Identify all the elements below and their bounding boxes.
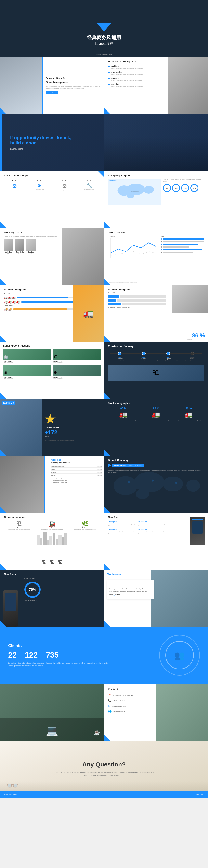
tools-arrow-list: [161, 238, 204, 253]
rail-icon: 🚂: [37, 521, 67, 527]
slide-tools-diagram: Tools Diagram Line Chart Clients YT: [104, 228, 208, 285]
truck-icon-7: 🚛: [16, 300, 20, 304]
step4-label: Basic: [79, 180, 100, 182]
contact-address: Lorem ipsum dolor sit amet: [113, 695, 133, 696]
truck-infographic-3: 86 % 🚛 Lorem ipsum dolor sit amet consec…: [173, 407, 204, 421]
svg-point-7: [134, 472, 165, 492]
users-label: Users: [45, 436, 101, 438]
phone-mockup-right: [190, 517, 205, 545]
nature-icon: 🌿: [70, 521, 100, 527]
truck-infographic-2: 86 % 🚛 Lorem ipsum dolor sit amet consec…: [141, 407, 171, 421]
slide-new-app: New App Getting One Lorem ipsum dolor si…: [104, 513, 208, 570]
service-desc: Lorem ipsum dolor sit amet consectetur a…: [45, 439, 101, 441]
learn-more-button[interactable]: Learn More: [46, 91, 58, 94]
stat-num-22: 22: [8, 651, 16, 659]
blue-corner-crane: [0, 564, 6, 570]
trucks-title: Trucks Infographic: [108, 402, 204, 405]
svg-point-1: [127, 184, 145, 195]
email-icon: ✉: [108, 705, 110, 708]
site-url: www.construction.com: [96, 53, 112, 55]
step1-label: Basic: [4, 180, 25, 182]
stat-735: 735: [46, 651, 59, 659]
building-item-4: 🏛 Building One Lorem ipsum dolor: [53, 365, 101, 379]
step-arrow-2: ›: [51, 180, 53, 187]
contact-item-4: 🌐 www.lorem.com: [108, 710, 154, 713]
building3-img: 🏙: [3, 365, 51, 376]
app1-desc: Lorem ipsum dolor sit amet consectetur a…: [108, 523, 136, 527]
culture-title2: Good Management: [46, 81, 101, 84]
blue-corner-stat2: [104, 336, 110, 342]
member-2: Jane Smith CTO: [15, 240, 24, 254]
trucks-row: 86 % 🚛 Lorem ipsum dolor sit amet consec…: [108, 407, 204, 421]
truck-big-desc-1: Lorem ipsum dolor sit amet consectetur a…: [108, 419, 139, 421]
truck-icon-2: 🚛: [8, 296, 11, 299]
stat-circle-2: 70%: [172, 184, 180, 192]
contact-email: lorem@ipsum.com: [112, 705, 126, 707]
building-constr-title: Building Constructions: [3, 344, 101, 347]
what-do-item-3: Premium Lorem ipsum dolor sit amet conse…: [108, 77, 166, 82]
crane-desc-2: Lorem ipsum dolor sit amet consectetur: [37, 529, 67, 530]
crane-name-1: Crane: [4, 527, 34, 529]
info-val-1: Lorem: [98, 465, 102, 467]
contact-laptop: 💻: [46, 725, 58, 737]
clients-icon: 👥: [174, 650, 185, 660]
member-3: Bob Lee CFO: [26, 240, 36, 254]
svg-point-8: [163, 476, 183, 491]
truck-icon-8: 🚚: [4, 308, 7, 311]
what-do-item-2: Progressive Lorem ipsum dolor sit amet c…: [108, 71, 166, 75]
member2-role: CTO: [15, 253, 24, 254]
crane-row: 🏗 Crane Lorem ipsum dolor sit amet conse…: [4, 521, 100, 530]
slide-title-sub: keynote模板: [95, 42, 113, 46]
company-region-title: Company Region: [108, 174, 204, 177]
slide-great-culture: Great culture & Good Management Lorem ip…: [0, 57, 104, 114]
info-key-3: Material: [51, 471, 57, 473]
tl4-title: Vision: [181, 358, 204, 359]
step-4: Basic 🔧 Lorem ipsum dolor: [79, 180, 100, 190]
city-silhouette: [4, 532, 100, 545]
question-title: Any Question?: [53, 761, 155, 768]
stat-122: 122: [25, 651, 38, 659]
item2-title: Progressive: [111, 71, 143, 73]
app2-desc: Lorem ipsum dolor sit amet consectetur a…: [138, 523, 166, 527]
info-val-4: Lorem: [98, 474, 102, 476]
svg-point-9: [186, 479, 200, 492]
item4-desc: Lorem ipsum dolor sit amet consectetur a…: [111, 85, 143, 87]
slide-contact-photo: 💻 ☕: [0, 684, 104, 741]
info-key-2: Crane: [51, 468, 55, 470]
contact-item-2: 📞 +1 234 567 890: [108, 699, 154, 702]
building2-name: Building One: [53, 361, 101, 362]
tl2-desc: Lorem ipsum dolor sit amet consectetur: [132, 360, 155, 362]
member2-name: Jane Smith: [15, 251, 24, 253]
building2-desc: Lorem ipsum dolor: [53, 362, 101, 363]
step4-desc: Lorem ipsum dolor: [79, 189, 100, 190]
step-arrow-3: ›: [77, 180, 78, 187]
blue-corner-tr: [98, 171, 104, 177]
svg-point-6: [114, 476, 138, 495]
svg-point-12: [151, 479, 153, 482]
quote-role: material topos: [109, 595, 151, 596]
timeline-item-3: Future Expand Lorem ipsum dolor sit amet…: [157, 352, 180, 362]
opportunity-quote1: If opportunity doesn't knock,: [10, 135, 71, 141]
new-apps-title: New Apps: [4, 573, 100, 576]
contact-title: Contact: [108, 688, 154, 691]
truck-infographic-1: 86 % 🚛 Lorem ipsum dolor sit amet consec…: [108, 407, 139, 421]
culture-title: Great culture &: [46, 76, 101, 80]
slide-construction-steps: Construction Steps Basic ⚙ Lorem ipsum d…: [0, 171, 104, 228]
cranes-top: 🏗🏗🏗: [42, 560, 62, 565]
big-number: +172: [45, 430, 101, 435]
what-do-photo: [168, 57, 208, 114]
timeline-item-2: Past Growth Lorem ipsum dolor sit amet c…: [132, 352, 155, 362]
region-desc: Lorem ipsum dolor sit amet consectetur a…: [163, 179, 204, 182]
world-map: World Map New Province: [108, 179, 161, 205]
info-row-3: Material Lorem: [51, 471, 102, 474]
member3-role: CFO: [26, 253, 36, 254]
app-item-4: Getting One Lorem ipsum dolor sit amet c…: [138, 529, 166, 534]
best-service-label: The Best Service: [45, 427, 101, 429]
step4-wrench-icon: 🔧: [79, 183, 100, 188]
tl3-title: Expand: [157, 358, 180, 359]
building4-name: Building One: [53, 377, 101, 378]
bar-row-3: [108, 303, 166, 305]
phone-icon: 📞: [108, 699, 111, 702]
branch-info: We Have Branch Around The World: [114, 465, 142, 466]
what-do-title: What We Actually Do?: [108, 60, 166, 63]
